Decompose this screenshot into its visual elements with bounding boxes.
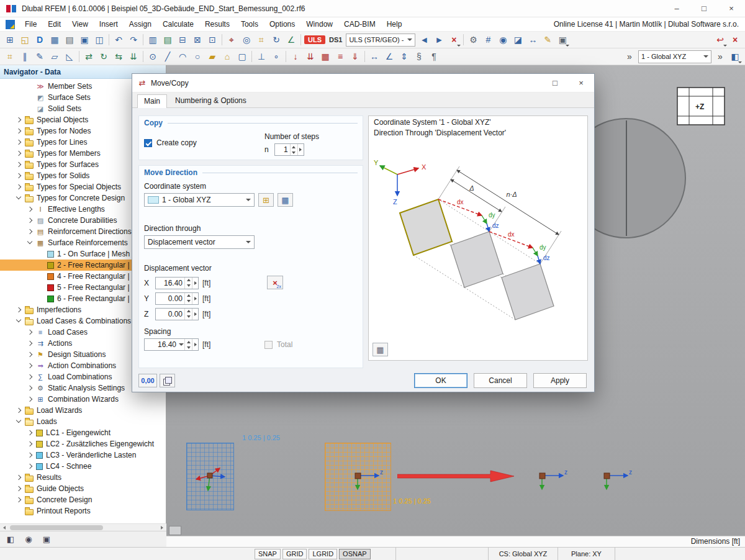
tree-item-surface-reinforcements[interactable]: ▦Surface Reinforcements (0, 237, 132, 248)
statusbar-toggle-grid[interactable]: GRID (282, 549, 307, 559)
tree-item-types-for-special-objects[interactable]: Types for Special Objects (0, 181, 125, 192)
copy-parameters-button[interactable] (160, 374, 175, 387)
line-load-icon[interactable]: ⇊ (303, 49, 318, 64)
tree-item-types-for-nodes[interactable]: Types for Nodes (0, 125, 94, 137)
symbol-icon[interactable]: § (412, 49, 427, 64)
tree-item-load-combinations[interactable]: ∑Load Combinations (0, 371, 115, 382)
mirror-icon[interactable]: ⇆ (111, 49, 126, 64)
view-cube[interactable]: +Z (677, 87, 725, 125)
menu-options[interactable]: Options (264, 17, 300, 31)
menu-help[interactable]: Help (381, 17, 408, 31)
tab-numbering-options[interactable]: Numbering & Options (168, 94, 253, 107)
tree-item-combination-wizards[interactable]: ⊞Combination Wizards (0, 394, 122, 405)
table-settings-icon[interactable]: ⊡ (205, 32, 220, 47)
cancel-button[interactable]: Cancel (474, 373, 527, 388)
tree-item-loads[interactable]: Loads (0, 416, 61, 427)
expander-icon[interactable] (27, 441, 34, 447)
menu-edit[interactable]: Edit (42, 17, 66, 31)
expander-icon[interactable] (27, 385, 34, 391)
spinner-slider-icon[interactable] (192, 293, 198, 304)
tree-item-6-free-rectangular-r[interactable]: 6 - Free Rectangular | R (0, 293, 141, 304)
tree-item-surface-sets[interactable]: ◩Surface Sets (0, 92, 94, 103)
viewport-handle-icon[interactable] (169, 526, 181, 535)
dialog-close-button[interactable]: × (568, 74, 594, 92)
expander-icon[interactable] (27, 452, 34, 458)
comment-icon[interactable]: ¶ (427, 49, 441, 64)
imposed-deformation-icon[interactable]: ⇓ (348, 49, 363, 64)
reverse-direction-button[interactable]: × 2x (267, 276, 283, 289)
statusbar-toggle-lgrid[interactable]: LGRID (309, 549, 337, 559)
nodal-load-icon[interactable]: ↓ (288, 49, 303, 64)
print-icon[interactable]: ▤ (62, 32, 77, 47)
guidelines-icon[interactable]: ∥ (17, 49, 32, 64)
tree-item-4-free-rectangular-r[interactable]: 4 - Free Rectangular | R (0, 271, 141, 282)
tree-item-types-for-surfaces[interactable]: Types for Surfaces (0, 159, 102, 170)
tree-item-concrete-design[interactable]: Concrete Design (0, 494, 96, 505)
arc-icon[interactable]: ◠ (175, 49, 190, 64)
spinner-up-down-icon[interactable] (184, 309, 192, 320)
tree-item-2-free-rectangular-r[interactable]: 2 - Free Rectangular | R (0, 260, 141, 271)
cancel-calculation-icon[interactable]: × (728, 32, 743, 47)
expander-icon[interactable] (16, 485, 22, 492)
tree-item-types-for-concrete-design[interactable]: Types for Concrete Design (0, 192, 129, 204)
line-icon[interactable]: ╱ (160, 49, 175, 64)
scroll-right-icon[interactable] (158, 524, 166, 531)
tree-item-effective-lengths[interactable]: IEffective Lengths (0, 204, 109, 215)
prev-arrow-icon[interactable]: ◄ (417, 32, 431, 47)
tree-item-1-on-surface-mesh[interactable]: 1 - On Surface | Mesh | (0, 248, 138, 260)
tree-item-special-objects[interactable]: Special Objects (0, 114, 92, 125)
uls-badge[interactable]: ULS (304, 35, 325, 44)
angle-dimension-icon[interactable]: ∠ (382, 49, 397, 64)
ok-button[interactable]: OK (414, 373, 467, 388)
expander-icon[interactable] (27, 217, 34, 224)
tree-item-load-cases[interactable]: ≡Load Cases (0, 327, 91, 338)
tree-item-design-situations[interactable]: ⚑Design Situations (0, 349, 109, 360)
decimal-places-button[interactable]: 0,00 (138, 374, 157, 387)
spacing-input[interactable]: 16.40 (144, 338, 199, 351)
new-coordinate-system-button[interactable]: ⊞ (258, 193, 274, 207)
expander-icon[interactable] (16, 161, 22, 168)
statusbar-toggle-osnap[interactable]: OSNAP (339, 549, 371, 559)
minimize-button[interactable]: – (663, 0, 690, 17)
titlebar[interactable]: Dlubal RFEM | 6.01.0006 | Beispiel 05_3D… (0, 0, 745, 17)
rotate-view-icon[interactable]: ↻ (269, 32, 284, 47)
coordinate-system-combo[interactable]: 1 - Global XYZ (144, 193, 255, 207)
displacement-x-input[interactable]: 16.40 (155, 277, 199, 289)
expander-icon[interactable] (16, 117, 22, 123)
navigator-hscrollbar[interactable] (0, 523, 166, 531)
circle-icon[interactable]: ○ (190, 49, 205, 64)
expander-icon[interactable] (16, 139, 22, 145)
hinge-icon[interactable]: ∘ (269, 49, 284, 64)
measure-icon[interactable]: ∠ (284, 32, 299, 47)
menu-file[interactable]: File (19, 17, 42, 31)
tree-item-imperfections[interactable]: Imperfections (0, 304, 85, 315)
expander-icon[interactable] (27, 430, 34, 436)
tree-item-results[interactable]: Results (0, 472, 65, 483)
direction-through-combo[interactable]: Displacement vector (144, 235, 255, 249)
menu-view[interactable]: View (66, 17, 94, 31)
expander-icon[interactable] (16, 195, 22, 201)
displacement-z-input[interactable]: 0.00 (155, 308, 199, 320)
expander-icon[interactable] (16, 497, 22, 503)
project-icon[interactable]: ⇊ (126, 49, 141, 64)
preview-display-options-button[interactable]: ▦ (372, 343, 388, 356)
tree-item-concrete-durabilities[interactable]: ▨Concrete Durabilities (0, 215, 120, 226)
support-icon[interactable]: ⊥ (254, 49, 269, 64)
expander-icon[interactable] (16, 407, 22, 413)
next-arrow-icon[interactable]: ► (431, 32, 446, 47)
spinner-slider-icon[interactable] (192, 278, 198, 289)
annotate-icon[interactable]: ✎ (540, 32, 555, 47)
expander-icon[interactable] (16, 173, 22, 179)
tree-item-types-for-members[interactable]: Types for Members (0, 148, 104, 159)
displacement-y-input[interactable]: 0.00 (155, 292, 199, 305)
expander-icon[interactable] (27, 340, 34, 346)
spinner-up-down-icon[interactable] (184, 278, 192, 289)
grid-snap-icon[interactable]: ⌗ (2, 49, 17, 64)
opening-icon[interactable]: ▢ (235, 49, 250, 64)
tree-item-printout-reports[interactable]: Printout Reports (0, 505, 94, 517)
undo-icon[interactable]: ↶ (111, 32, 126, 47)
tree-item-types-for-solids[interactable]: Types for Solids (0, 170, 93, 181)
rotate-copy-icon[interactable]: ↻ (96, 49, 111, 64)
free-load-icon[interactable]: ≡ (333, 49, 348, 64)
expander-icon[interactable] (27, 463, 34, 469)
